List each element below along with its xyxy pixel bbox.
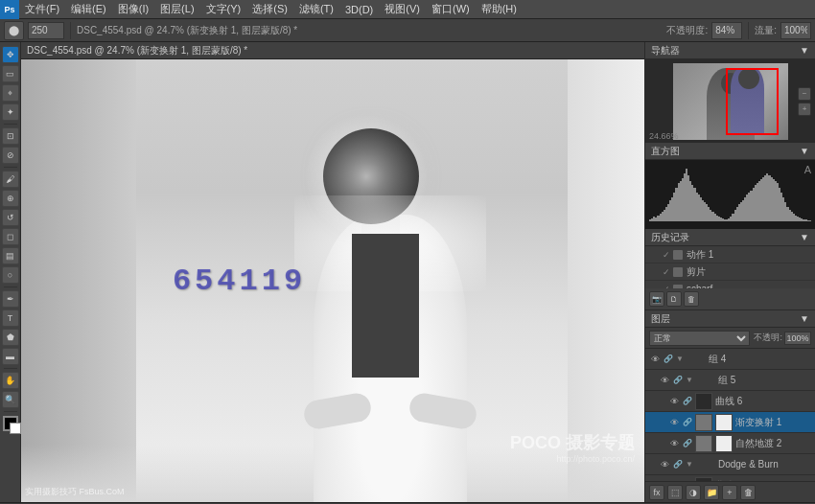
menu-items: 文件(F)编辑(E)图像(I)图层(L)文字(Y)选择(S)滤镜(T)3D(D)… xyxy=(19,0,523,18)
toolbar-sep2 xyxy=(748,22,749,39)
history-new-doc-btn[interactable]: 🗋 xyxy=(666,291,682,307)
layer-adjustment-btn[interactable]: ◑ xyxy=(686,485,701,500)
layer-visibility-toggle[interactable]: 👁 xyxy=(668,396,680,407)
menu-item-T[interactable]: 滤镜(T) xyxy=(293,0,339,18)
layer-link[interactable]: 🔗 xyxy=(673,376,683,385)
dodge-tool[interactable]: ○ xyxy=(2,266,19,284)
menu-item-W[interactable]: 窗口(W) xyxy=(426,0,476,18)
history-snapshot-btn[interactable]: 📷 xyxy=(649,291,664,307)
blend-mode-select[interactable]: 正常 xyxy=(649,331,750,346)
lasso-tool[interactable]: ⌖ xyxy=(2,84,19,102)
layer-fx-btn[interactable]: fx xyxy=(649,485,664,500)
layer-item[interactable]: 👁 🔗 曲线 6 xyxy=(645,391,815,412)
history-item[interactable]: ✓剪片 xyxy=(645,263,815,281)
layer-item[interactable]: 👁 🔗 ▼ 组 4 xyxy=(645,349,815,370)
fg-color-swatch[interactable] xyxy=(3,416,18,431)
canvas-area: DSC_4554.psd @ 24.7% (新变换射 1, 图层蒙版/8) * xyxy=(21,42,644,502)
menu-item-H[interactable]: 帮助(H) xyxy=(476,0,523,18)
layer-group-btn[interactable]: 📁 xyxy=(704,485,719,500)
layers-header: 图层 ▼ xyxy=(645,310,815,328)
eyedropper-tool[interactable]: ⊘ xyxy=(2,147,19,164)
eraser-tool[interactable]: ◻ xyxy=(2,228,19,245)
hand-tool[interactable]: ✋ xyxy=(2,372,19,389)
zoom-tool[interactable]: 🔍 xyxy=(2,391,19,408)
flow-input[interactable] xyxy=(780,22,811,39)
layer-visibility-toggle[interactable]: 👁 xyxy=(659,375,670,386)
menu-item-Y[interactable]: 文字(Y) xyxy=(200,0,247,18)
opacity-input[interactable] xyxy=(711,22,742,39)
photo-canvas: 654119 POCO 摄影专题 http://photo.poco.cn/ 实… xyxy=(21,59,644,502)
history-item[interactable]: ✓动作 1 xyxy=(645,246,815,263)
history-delete-btn[interactable]: 🗑 xyxy=(684,291,699,307)
nav-zoom-in-icon[interactable]: + xyxy=(798,103,811,116)
menu-item-V[interactable]: 视图(V) xyxy=(379,0,426,18)
layer-new-btn[interactable]: + xyxy=(722,485,737,500)
shirt xyxy=(352,234,419,378)
layer-thumbnail xyxy=(698,372,715,389)
layer-item[interactable]: 👁 🔗 渐变换射 1 xyxy=(645,412,815,433)
layer-item[interactable]: 👁 🔗 自然地渡 2 xyxy=(645,433,815,454)
canvas-content[interactable]: 654119 POCO 摄影专题 http://photo.poco.cn/ 实… xyxy=(21,59,644,502)
layer-item[interactable]: 👁 🔗 ▼ 组 5 xyxy=(645,370,815,391)
pen-tool[interactable]: ✒ xyxy=(2,290,19,308)
history-check: ✓ xyxy=(663,267,670,277)
history-item[interactable]: ✓scharf xyxy=(645,281,815,288)
layers-collapse[interactable]: ▼ xyxy=(800,313,809,324)
layer-link[interactable]: 🔗 xyxy=(683,439,692,448)
layer-delete-btn[interactable]: 🗑 xyxy=(740,485,756,500)
menu-item-F[interactable]: 文件(F) xyxy=(19,0,65,18)
toolbar-separator xyxy=(70,22,71,39)
menu-item-3DD[interactable]: 3D(D) xyxy=(339,0,379,18)
tool-sep2 xyxy=(4,167,17,168)
canvas-tab[interactable]: DSC_4554.psd @ 24.7% (新变换射 1, 图层蒙版/8) * xyxy=(21,42,644,59)
brush-tool[interactable]: 🖌 xyxy=(2,171,19,188)
navigator-collapse[interactable]: ▼ xyxy=(800,45,809,56)
layer-mask-btn[interactable]: ⬚ xyxy=(667,485,683,500)
opacity-label: 不透明度: xyxy=(666,24,708,37)
layer-name: 组 4 xyxy=(709,353,811,366)
watermark-brand: POCO 摄影专题 xyxy=(510,431,635,454)
path-tool[interactable]: ⬟ xyxy=(2,329,19,346)
layer-thumbnail xyxy=(688,351,706,368)
text-tool[interactable]: T xyxy=(2,309,19,327)
layer-link[interactable]: 🔗 xyxy=(683,418,692,427)
navigator-viewport[interactable] xyxy=(726,68,779,135)
gradient-tool[interactable]: ▤ xyxy=(2,247,19,264)
layer-link[interactable]: 🔗 xyxy=(683,397,692,406)
navigator-thumbnail[interactable] xyxy=(673,63,788,140)
layer-thumbnail xyxy=(695,393,712,410)
move-tool[interactable]: ✥ xyxy=(2,46,19,63)
histogram-bars xyxy=(649,164,811,221)
brush-size-input[interactable] xyxy=(28,22,64,39)
menu-item-S[interactable]: 选择(S) xyxy=(246,0,293,18)
stamp-tool[interactable]: ⊕ xyxy=(2,190,19,207)
opacity-value-input[interactable] xyxy=(784,332,811,345)
layers-content[interactable]: 👁 🔗 ▼ 组 4 👁 🔗 ▼ 组 5 👁 🔗 曲线 6 👁 🔗 xyxy=(645,349,815,481)
menu-item-I[interactable]: 图像(I) xyxy=(112,0,154,18)
menu-item-E[interactable]: 编辑(E) xyxy=(65,0,112,18)
history-brush-tool[interactable]: ↺ xyxy=(2,209,19,226)
file-name-label: DSC_4554.psd @ 24.7% (新变换射 1, 图层蒙版/8) * xyxy=(77,24,297,37)
histogram-collapse[interactable]: ▼ xyxy=(800,146,809,156)
menu-item-L[interactable]: 图层(L) xyxy=(154,0,199,18)
magic-wand-tool[interactable]: ✦ xyxy=(2,103,19,121)
layers-opacity: 不透明: xyxy=(754,332,811,345)
layer-group-tri: ▼ xyxy=(686,460,693,469)
shape-tool[interactable]: ▬ xyxy=(2,348,19,365)
layer-name: 组 5 xyxy=(718,374,811,387)
canvas-tab-label: DSC_4554.psd @ 24.7% (新变换射 1, 图层蒙版/8) * xyxy=(27,44,247,57)
history-collapse[interactable]: ▼ xyxy=(800,232,809,242)
layer-visibility-toggle[interactable]: 👁 xyxy=(659,459,670,470)
nav-zoom-out-icon[interactable]: − xyxy=(798,87,811,101)
layer-link[interactable]: 🔗 xyxy=(673,460,683,470)
marquee-tool[interactable]: ▭ xyxy=(2,65,19,82)
history-controls: 📷 🗋 🗑 xyxy=(645,288,815,309)
layer-link[interactable]: 🔗 xyxy=(664,355,673,364)
layer-visibility-toggle[interactable]: 👁 xyxy=(668,438,680,449)
layer-item[interactable]: 👁 🔗 ▼ Dodge & Burn xyxy=(645,454,815,475)
crop-tool[interactable]: ⊡ xyxy=(2,127,19,145)
layer-visibility-toggle[interactable]: 👁 xyxy=(668,417,680,428)
history-content[interactable]: ✓动作 1✓剪片✓scharf✓auto1autoskin color1✓复制 … xyxy=(645,246,815,288)
layer-visibility-toggle[interactable]: 👁 xyxy=(649,354,661,365)
tool-mode-btn[interactable]: ⬤ xyxy=(4,21,24,40)
